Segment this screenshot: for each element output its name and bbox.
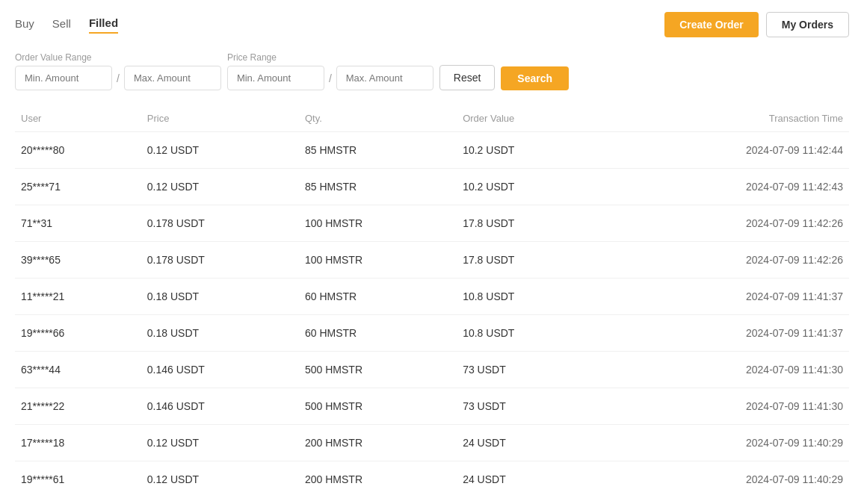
- cell-time: 2024-07-09 11:41:37: [602, 279, 849, 315]
- filters-section: Order Value Range / Price Range / Reset …: [15, 52, 849, 90]
- cell-qty: 85 HMSTR: [299, 132, 457, 169]
- cell-price: 0.146 USDT: [141, 388, 299, 425]
- tab-filled[interactable]: Filled: [89, 16, 118, 34]
- cell-qty: 500 HMSTR: [299, 352, 457, 388]
- cell-order-value: 10.8 USDT: [457, 315, 601, 352]
- table-row: 39****65 0.178 USDT 100 HMSTR 17.8 USDT …: [15, 242, 849, 279]
- cell-price: 0.12 USDT: [141, 169, 299, 205]
- table-row: 63****44 0.146 USDT 500 HMSTR 73 USDT 20…: [15, 352, 849, 388]
- max-price-input[interactable]: [336, 66, 433, 90]
- cell-user: 63****44: [15, 352, 141, 388]
- max-amount-input[interactable]: [124, 66, 221, 90]
- table-row: 19*****61 0.12 USDT 200 HMSTR 24 USDT 20…: [15, 461, 849, 498]
- cell-order-value: 10.2 USDT: [457, 132, 601, 169]
- reset-button[interactable]: Reset: [439, 65, 496, 90]
- col-transaction-time: Transaction Time: [602, 105, 849, 132]
- col-user: User: [15, 105, 141, 132]
- cell-price: 0.178 USDT: [141, 242, 299, 279]
- cell-time: 2024-07-09 11:42:44: [602, 132, 849, 169]
- cell-order-value: 17.8 USDT: [457, 205, 601, 242]
- cell-price: 0.12 USDT: [141, 425, 299, 461]
- cell-user: 19*****66: [15, 315, 141, 352]
- cell-time: 2024-07-09 11:42:26: [602, 205, 849, 242]
- orders-table: User Price Qty. Order Value Transaction …: [15, 105, 849, 497]
- cell-user: 20*****80: [15, 132, 141, 169]
- search-button[interactable]: Search: [501, 66, 569, 90]
- cell-order-value: 24 USDT: [457, 461, 601, 498]
- tab-sell[interactable]: Sell: [52, 17, 71, 33]
- col-price: Price: [141, 105, 299, 132]
- cell-user: 11*****21: [15, 279, 141, 315]
- min-price-input[interactable]: [227, 66, 324, 90]
- cell-order-value: 24 USDT: [457, 425, 601, 461]
- tab-buy[interactable]: Buy: [15, 17, 34, 33]
- col-order-value: Order Value: [457, 105, 601, 132]
- separator-1: /: [117, 72, 120, 84]
- order-value-range-group: Order Value Range /: [15, 52, 221, 90]
- cell-user: 17*****18: [15, 425, 141, 461]
- separator-2: /: [329, 72, 332, 84]
- cell-order-value: 10.2 USDT: [457, 169, 601, 205]
- cell-qty: 200 HMSTR: [299, 461, 457, 498]
- min-amount-input[interactable]: [15, 66, 112, 90]
- table-row: 17*****18 0.12 USDT 200 HMSTR 24 USDT 20…: [15, 425, 849, 461]
- cell-time: 2024-07-09 11:42:26: [602, 242, 849, 279]
- price-range-label: Price Range: [227, 52, 433, 63]
- cell-price: 0.12 USDT: [141, 461, 299, 498]
- cell-qty: 200 HMSTR: [299, 425, 457, 461]
- price-range-group: Price Range /: [227, 52, 433, 90]
- cell-time: 2024-07-09 11:41:30: [602, 388, 849, 425]
- cell-qty: 100 HMSTR: [299, 205, 457, 242]
- cell-price: 0.146 USDT: [141, 352, 299, 388]
- cell-qty: 60 HMSTR: [299, 315, 457, 352]
- col-qty: Qty.: [299, 105, 457, 132]
- cell-user: 71**31: [15, 205, 141, 242]
- cell-time: 2024-07-09 11:41:37: [602, 315, 849, 352]
- cell-time: 2024-07-09 11:42:43: [602, 169, 849, 205]
- table-row: 20*****80 0.12 USDT 85 HMSTR 10.2 USDT 2…: [15, 132, 849, 169]
- cell-price: 0.18 USDT: [141, 279, 299, 315]
- cell-order-value: 17.8 USDT: [457, 242, 601, 279]
- orders-table-wrapper: User Price Qty. Order Value Transaction …: [15, 105, 849, 497]
- cell-order-value: 10.8 USDT: [457, 279, 601, 315]
- cell-user: 39****65: [15, 242, 141, 279]
- cell-qty: 500 HMSTR: [299, 388, 457, 425]
- table-row: 71**31 0.178 USDT 100 HMSTR 17.8 USDT 20…: [15, 205, 849, 242]
- cell-user: 21*****22: [15, 388, 141, 425]
- cell-time: 2024-07-09 11:40:29: [602, 461, 849, 498]
- header-actions: Create Order My Orders: [664, 12, 849, 37]
- cell-user: 25****71: [15, 169, 141, 205]
- order-value-inputs: /: [15, 66, 221, 90]
- cell-price: 0.18 USDT: [141, 315, 299, 352]
- cell-order-value: 73 USDT: [457, 388, 601, 425]
- table-row: 19*****66 0.18 USDT 60 HMSTR 10.8 USDT 2…: [15, 315, 849, 352]
- order-value-range-label: Order Value Range: [15, 52, 221, 63]
- cell-time: 2024-07-09 11:40:29: [602, 425, 849, 461]
- cell-time: 2024-07-09 11:41:30: [602, 352, 849, 388]
- cell-qty: 85 HMSTR: [299, 169, 457, 205]
- table-row: 11*****21 0.18 USDT 60 HMSTR 10.8 USDT 2…: [15, 279, 849, 315]
- cell-price: 0.12 USDT: [141, 132, 299, 169]
- tabs-nav: Buy Sell Filled: [15, 16, 118, 34]
- table-row: 21*****22 0.146 USDT 500 HMSTR 73 USDT 2…: [15, 388, 849, 425]
- create-order-button[interactable]: Create Order: [664, 12, 759, 37]
- cell-qty: 100 HMSTR: [299, 242, 457, 279]
- cell-order-value: 73 USDT: [457, 352, 601, 388]
- my-orders-button[interactable]: My Orders: [766, 12, 849, 37]
- cell-price: 0.178 USDT: [141, 205, 299, 242]
- table-row: 25****71 0.12 USDT 85 HMSTR 10.2 USDT 20…: [15, 169, 849, 205]
- cell-qty: 60 HMSTR: [299, 279, 457, 315]
- table-header-row: User Price Qty. Order Value Transaction …: [15, 105, 849, 132]
- cell-user: 19*****61: [15, 461, 141, 498]
- price-inputs: /: [227, 66, 433, 90]
